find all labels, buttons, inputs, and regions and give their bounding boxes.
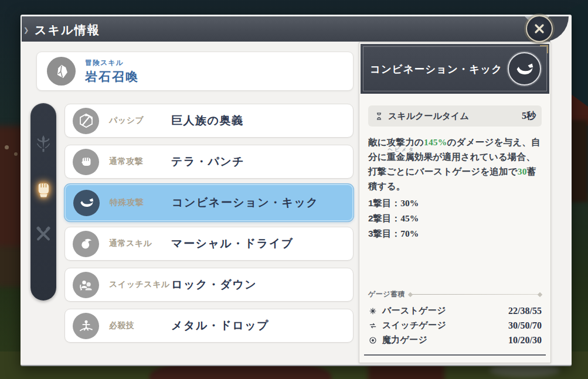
skill-row-4[interactable]: 通常スキルマーシャル・ドライブ — [64, 227, 354, 261]
weapon-tab-1[interactable] — [32, 134, 55, 156]
skill-list: パッシブ巨人族の奥義通常攻撃テラ・パンチ特殊攻撃コンビネーション・キック通常スキ… — [64, 104, 354, 343]
gauge-divider-ornament — [410, 294, 542, 295]
skill-row-6[interactable]: 必殺技メタル・ドロップ — [64, 309, 354, 343]
skill-name: マーシャル・ドライブ — [171, 236, 294, 251]
cooldown-label: スキルクールタイム — [388, 111, 522, 122]
adventure-skill-name: 岩石召喚 — [85, 69, 139, 85]
gauge-row: スイッチゲージ30/50/70 — [368, 318, 542, 333]
kick-icon — [73, 190, 100, 216]
weapon-tab-rail — [30, 103, 56, 301]
detail-skill-title: コンビネーション・キック — [370, 62, 508, 76]
gauge-row: バーストゲージ22/38/55 — [368, 303, 542, 318]
close-icon — [533, 23, 545, 35]
skill-type-label: 特殊攻撃 — [110, 197, 172, 208]
gauge-section-title: ゲージ蓄積 — [368, 289, 405, 299]
gauge-value: 30/50/70 — [508, 320, 542, 331]
rock-icon — [47, 57, 76, 86]
burst-gauge-icon — [368, 306, 378, 316]
background-lantern — [14, 152, 18, 156]
hit-percent-list: 1撃目：30%2撃目：45%3撃目：70% — [368, 196, 542, 241]
gauge-label: 魔力ゲージ — [382, 334, 508, 346]
cooldown-row: スキルクールタイム 5秒 — [368, 105, 542, 127]
fist-icon — [73, 149, 99, 175]
mana-gauge-icon — [368, 336, 378, 345]
adventure-skill-category: 冒険スキル — [85, 58, 139, 68]
skill-name: 巨人族の奥義 — [171, 113, 243, 128]
profile-icon — [73, 231, 99, 257]
sword-weapon-icon — [33, 133, 54, 156]
gauge-section: ゲージ蓄積 バーストゲージ22/38/55スイッチゲージ30/50/70魔力ゲー… — [368, 289, 542, 356]
switch-gauge-icon — [368, 321, 378, 330]
gauge-value: 10/20/30 — [508, 335, 542, 346]
skill-description: 敵に攻撃力の145%のダメージを与え、自分に重金属ヘビメタ効果が適用されている場… — [368, 135, 542, 193]
description-highlight: 30 — [518, 166, 527, 176]
skill-info-dialog: ❯ スキル情報 冒険スキル 岩石召喚 パッシブ巨人族の奥義通常攻撃テラ・パンチ特… — [21, 15, 572, 366]
skill-row-5[interactable]: スイッチスキルロック・ダウン — [64, 268, 354, 302]
skill-detail-panel: コンビネーション・キック スキルクールタイム 5秒 敵に攻撃力の145%のダメー… — [359, 42, 551, 363]
weapon-tab-2[interactable] — [32, 179, 55, 202]
adventure-skill-card[interactable]: 冒険スキル 岩石召喚 — [36, 52, 354, 91]
ultimate-icon — [73, 313, 99, 339]
skill-row-3-selected[interactable]: 特殊攻撃コンビネーション・キック — [64, 184, 354, 221]
background-lantern — [5, 145, 9, 149]
gauge-label: バーストゲージ — [382, 305, 508, 316]
gauntlet-weapon-icon — [33, 179, 54, 202]
description-highlight: 145% — [424, 137, 447, 147]
skill-type-label: 通常スキル — [109, 238, 171, 249]
dual-hammer-weapon-icon — [33, 224, 54, 248]
weapon-tab-3[interactable] — [32, 225, 55, 247]
gauge-label: スイッチゲージ — [382, 320, 508, 331]
description-text: 敵に攻撃力の — [368, 137, 424, 147]
dialog-titlebar: ❯ スキル情報 — [22, 16, 561, 42]
hourglass-icon — [374, 111, 384, 121]
skill-name: メタル・ドロップ — [171, 318, 269, 333]
skill-type-label: 必殺技 — [109, 320, 171, 331]
skill-row-2[interactable]: 通常攻撃テラ・パンチ — [64, 145, 354, 179]
skill-name: ロック・ダウン — [171, 277, 257, 292]
skill-name: コンビネーション・キック — [172, 195, 318, 210]
pickaxe-icon — [73, 108, 99, 134]
cooldown-value: 5秒 — [522, 110, 536, 122]
hit-percent-line: 3撃目：70% — [368, 226, 542, 241]
skill-row-1[interactable]: パッシブ巨人族の奥義 — [64, 104, 354, 138]
gauge-row: 魔力ゲージ10/20/30 — [368, 333, 542, 347]
skill-type-label: スイッチスキル — [109, 279, 171, 290]
close-button[interactable] — [526, 15, 553, 42]
switch-people-icon — [73, 272, 99, 298]
hit-percent-line: 1撃目：30% — [368, 196, 542, 211]
skill-type-label: 通常攻撃 — [109, 156, 171, 167]
gauge-value: 22/38/55 — [508, 306, 542, 316]
dialog-title: スキル情報 — [35, 22, 100, 38]
skill-type-label: パッシブ — [109, 115, 171, 126]
titlebar-ornament-icon: ❯ — [23, 25, 29, 35]
description-text: 重金属ヘビメタ — [387, 152, 414, 162]
skill-detail-header: コンビネーション・キック — [361, 44, 549, 94]
hit-percent-line: 2撃目：45% — [368, 211, 542, 226]
kick-icon — [508, 52, 541, 86]
skill-name: テラ・パンチ — [171, 154, 244, 169]
panel-bottom-divider — [364, 354, 546, 356]
